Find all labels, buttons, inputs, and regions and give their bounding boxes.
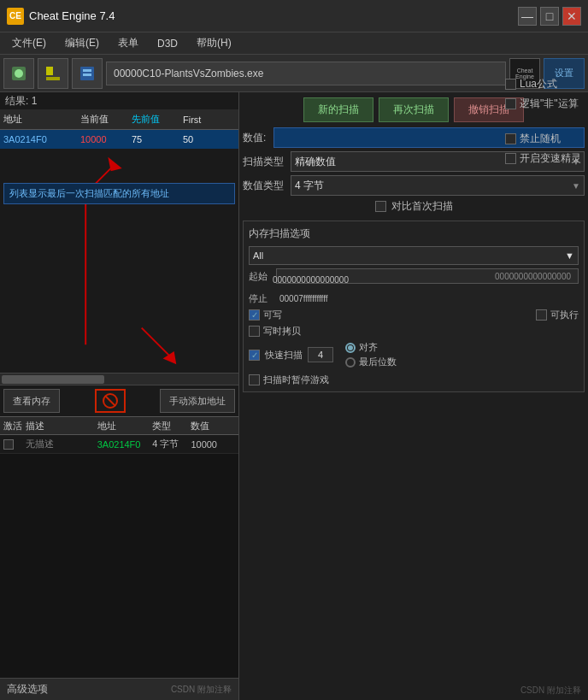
stop-button[interactable] <box>95 389 126 413</box>
new-scan-button[interactable]: 新的扫描 <box>303 97 373 122</box>
cheat-active-cell <box>3 439 26 450</box>
results-header: 结果: 1 <box>0 92 238 109</box>
not-label: 逻辑"非"运算 <box>520 97 579 111</box>
pause-scan-label: 扫描时暂停游戏 <box>263 374 329 386</box>
ce-icon: CE <box>7 8 24 25</box>
h-scrollbar[interactable] <box>0 373 238 385</box>
cheat-address: 3A0214F0 <box>97 439 153 450</box>
svg-rect-5 <box>83 69 91 72</box>
title-bar: CE Cheat Engine 7.4 — □ ✕ <box>0 0 588 32</box>
cheat-type: 4 字节 <box>152 438 191 450</box>
no-random-label: 禁止随机 <box>520 132 561 146</box>
menu-d3d[interactable]: D3D <box>149 36 186 51</box>
pause-scan-checkbox[interactable] <box>249 374 260 385</box>
menu-file[interactable]: 文件(E) <box>3 34 55 52</box>
result-first: 50 <box>179 134 231 144</box>
start-label: 起始 <box>249 270 273 283</box>
last-digit-radio-circle <box>345 357 356 368</box>
minimize-button[interactable]: — <box>518 7 537 26</box>
svg-point-1 <box>15 69 23 78</box>
add-address-button[interactable]: 手动添加地址 <box>160 389 235 413</box>
cheat-description: 无描述 <box>26 438 97 450</box>
align-radio-group: 对齐 最后位数 <box>345 341 397 368</box>
cheat-list-header: 激活 描述 地址 类型 数值 <box>0 416 238 435</box>
first-scan-label: 对比首次扫描 <box>391 199 453 214</box>
speed-hack-label: 开启变速精灵 <box>520 151 581 166</box>
toolbar: 00000C10-PlantsVsZombies.exe CheatEngine… <box>0 55 588 92</box>
window-title: Cheat Engine 7.4 <box>29 9 115 22</box>
writable-label: 可写 <box>263 309 282 321</box>
cheat-list-item[interactable]: 无描述 3A0214F0 4 字节 10000 <box>0 435 238 454</box>
option-speed-hack: 开启变速精灵 <box>505 151 581 166</box>
cheat-col-type: 类型 <box>152 420 191 432</box>
value-type-label: 数值类型 <box>243 179 285 193</box>
svg-rect-3 <box>46 67 53 75</box>
align-label: 对齐 <box>359 341 378 354</box>
scan-result-row[interactable]: 3A0214F0 10000 75 50 <box>0 130 238 149</box>
left-panel: 结果: 1 地址 当前值 先前值 First 3A0214F0 10000 75… <box>0 92 239 700</box>
process-name: 00000C10-PlantsVsZombies.exe <box>114 68 263 79</box>
rescan-button[interactable]: 再次扫描 <box>379 97 449 122</box>
svg-marker-9 <box>108 157 121 171</box>
not-checkbox[interactable] <box>505 98 516 109</box>
list-placeholder: 列表显示最后一次扫描匹配的所有地址 <box>3 183 235 204</box>
view-memory-button[interactable]: 查看内存 <box>3 389 60 413</box>
bottom-buttons: 查看内存 手动添加地址 <box>0 385 238 416</box>
stop-addr: 00007fffffffffff <box>279 294 328 303</box>
window-controls: — □ ✕ <box>518 7 581 26</box>
writable-checkbox[interactable]: ✓ <box>249 309 260 321</box>
value-type-dropdown[interactable]: 4 字节 ▼ <box>291 175 585 196</box>
toolbar-btn-3[interactable] <box>72 58 103 89</box>
svg-line-10 <box>142 328 170 356</box>
title-bar-left: CE Cheat Engine 7.4 <box>7 8 115 25</box>
scan-results-list: 列表显示最后一次扫描匹配的所有地址 <box>0 149 238 373</box>
menu-edit[interactable]: 编辑(E) <box>56 34 108 52</box>
first-scan-row: 对比首次扫描 <box>243 199 585 214</box>
option-lua: Lua公式 <box>505 77 581 91</box>
right-panel: 新的扫描 再次扫描 撤销扫描 数值: 扫描类型 精确数值 ▼ 数值类型 4 字节… <box>239 92 588 700</box>
last-digit-radio-item[interactable]: 最后位数 <box>345 356 397 368</box>
menu-table[interactable]: 表单 <box>109 34 147 52</box>
menu-help[interactable]: 帮助(H) <box>188 34 240 52</box>
fast-scan-checkbox[interactable]: ✓ <box>249 350 260 361</box>
process-bar[interactable]: 00000C10-PlantsVsZombies.exe <box>106 62 506 85</box>
executable-label: 可执行 <box>550 309 579 321</box>
first-scan-checkbox[interactable] <box>375 201 386 212</box>
executable-checkbox[interactable] <box>536 309 547 321</box>
copy-on-write-label: 写时拷贝 <box>263 325 301 338</box>
copy-on-write-checkbox[interactable] <box>249 326 260 337</box>
executable-item: 可执行 <box>536 309 579 321</box>
start-addr: 0000000000000000 <box>273 275 349 285</box>
advanced-options-label[interactable]: 高级选项 <box>7 682 48 697</box>
cheat-list-empty-area <box>0 454 238 678</box>
svg-rect-2 <box>46 77 60 80</box>
watermark-text: CSDN 附加注释 <box>171 684 232 696</box>
maximize-button[interactable]: □ <box>540 7 559 26</box>
result-previous: 75 <box>128 134 179 144</box>
value-label: 数值: <box>243 131 268 145</box>
mem-filter-dropdown[interactable]: All ▼ <box>249 246 579 265</box>
align-radio-item[interactable]: 对齐 <box>345 341 397 354</box>
fast-scan-row: ✓ 快速扫描 4 对齐 最后位数 <box>249 341 579 368</box>
lua-checkbox[interactable] <box>505 79 516 90</box>
copy-on-write-row: 写时拷贝 <box>249 325 579 338</box>
toolbar-btn-2[interactable] <box>38 58 68 89</box>
col-header-previous: 先前值 <box>128 113 179 126</box>
option-not: 逻辑"非"运算 <box>505 97 581 111</box>
fast-scan-value[interactable]: 4 <box>308 347 333 362</box>
no-random-checkbox[interactable] <box>505 133 516 144</box>
cheat-activate-checkbox[interactable] <box>3 439 14 450</box>
col-header-current: 当前值 <box>77 113 128 126</box>
result-address: 3A0214F0 <box>0 134 77 144</box>
speed-hack-checkbox[interactable] <box>505 153 516 164</box>
main-content: 结果: 1 地址 当前值 先前值 First 3A0214F0 10000 75… <box>0 92 588 700</box>
writable-item: ✓ 可写 <box>249 309 282 321</box>
result-current: 10000 <box>77 134 128 144</box>
mem-filter-value: All <box>253 250 263 261</box>
cheat-value: 10000 <box>191 439 235 450</box>
toolbar-btn-1[interactable] <box>3 58 34 89</box>
fast-scan-label: 快速扫描 <box>265 349 303 362</box>
h-scroll-thumb[interactable] <box>2 375 104 384</box>
close-button[interactable]: ✕ <box>562 7 581 26</box>
advanced-bar: 高级选项 CSDN 附加注释 <box>0 678 238 700</box>
